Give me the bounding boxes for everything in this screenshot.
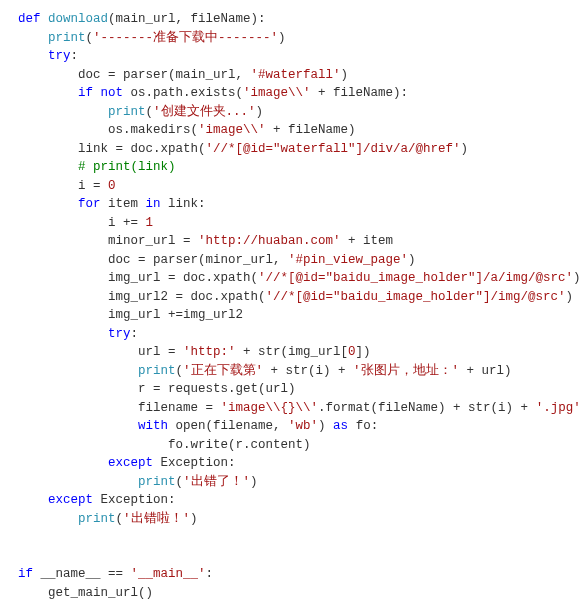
code-block: def download(main_url, fileName): print(… bbox=[0, 0, 584, 604]
call-print: print bbox=[48, 31, 86, 45]
keyword-def: def bbox=[18, 12, 41, 26]
function-name: download bbox=[48, 12, 108, 26]
comment: # print(link) bbox=[78, 160, 176, 174]
